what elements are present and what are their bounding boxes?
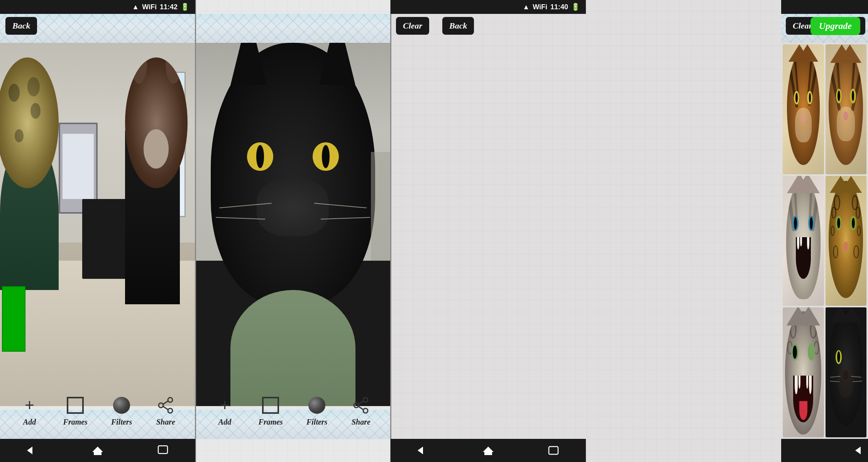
frames-icon-2	[261, 395, 281, 415]
svg-point-1	[159, 403, 163, 408]
frames-tool-2[interactable]: Frames	[259, 395, 283, 427]
nav-bar-1	[0, 439, 195, 462]
toolbar-2: + Add Frames Filters	[195, 383, 391, 439]
frames-icon-1	[65, 395, 85, 415]
time-2: 11:40	[550, 3, 568, 11]
black-panther-small-face	[829, 311, 863, 426]
share-label-2: Share	[352, 418, 371, 427]
svg-point-10	[363, 408, 368, 413]
status-icons-1: ▲ WiFi 11:42 🔋	[132, 3, 189, 11]
svg-point-0	[168, 398, 173, 402]
signal-icon-1: ▲	[132, 3, 139, 11]
panther-head-large	[211, 43, 375, 304]
upgrade-button[interactable]: Upgrade	[810, 17, 860, 35]
leopard-face	[829, 181, 863, 298]
svg-marker-5	[27, 447, 32, 454]
filters-icon-2	[307, 395, 327, 415]
share-icon-1	[156, 395, 176, 415]
divider-2-3	[390, 0, 391, 462]
toolbar-1: + Add Frames Filters	[0, 383, 195, 439]
svg-point-9	[354, 403, 359, 408]
photo-area-2	[195, 43, 391, 406]
status-bar-2: ▲ WiFi 11:40 🔋	[391, 0, 586, 14]
wifi-icon-1: WiFi	[142, 3, 157, 11]
add-label-1: Add	[23, 418, 36, 427]
tiger-ear-r	[797, 44, 818, 62]
share-icon-2	[351, 395, 371, 415]
filters-label-1: Filters	[111, 418, 132, 427]
filters-label-2: Filters	[306, 418, 327, 427]
time-1: 11:42	[160, 3, 178, 11]
add-tool-2[interactable]: + Add	[215, 395, 235, 427]
tiger-orange-face	[787, 51, 820, 165]
add-icon-1: +	[20, 395, 40, 415]
frames-label-1: Frames	[63, 418, 88, 427]
divider-1-2	[195, 0, 196, 462]
recents-icon-1	[156, 444, 170, 457]
office-photo-1	[0, 43, 195, 406]
back-button-2[interactable]: Back	[442, 17, 474, 35]
nav-back-2[interactable]	[415, 443, 431, 457]
add-label-2: Add	[218, 418, 231, 427]
green-frame	[2, 286, 25, 352]
white-tiger-mouth	[796, 237, 811, 279]
svg-marker-6	[92, 447, 103, 455]
panel-2: ▲ WiFi 11:40 🔋 Clear Back	[195, 0, 391, 462]
monitor-screen	[63, 134, 94, 199]
nav-home-1[interactable]	[89, 443, 106, 457]
panther-eye-left	[247, 142, 273, 171]
svg-line-12	[359, 406, 363, 410]
share-tool-1[interactable]: Share	[156, 395, 176, 427]
panel-1: ▲ WiFi 11:42 🔋 Back	[0, 0, 195, 462]
svg-marker-14	[483, 447, 494, 455]
animal-cell-tiger-orange[interactable]	[783, 44, 824, 174]
animal-cell-tiger-brown[interactable]	[826, 44, 867, 174]
nav-home-2[interactable]	[480, 443, 497, 457]
nav-recents-2[interactable]	[545, 443, 562, 457]
tiger-brown-face	[829, 51, 863, 165]
svg-marker-16	[855, 447, 861, 454]
filters-tool-1[interactable]: Filters	[111, 395, 132, 427]
status-icons-2: ▲ WiFi 11:40 🔋	[523, 3, 580, 11]
share-label-1: Share	[156, 418, 175, 427]
nav-bar-3	[781, 439, 868, 462]
svg-point-2	[168, 408, 173, 413]
svg-rect-15	[549, 447, 558, 454]
top-border-2	[195, 14, 391, 43]
panther-eye-right	[313, 142, 339, 171]
svg-point-8	[363, 398, 368, 402]
add-tool-1[interactable]: + Add	[20, 395, 40, 427]
frames-label-2: Frames	[259, 418, 283, 427]
nav-bar-2	[391, 439, 586, 462]
snow-leopard-face	[785, 311, 821, 435]
shelf-right	[371, 152, 391, 261]
animal-grid	[781, 43, 868, 439]
frames-tool-1[interactable]: Frames	[63, 395, 88, 427]
animal-cell-white-tiger[interactable]	[783, 176, 824, 306]
animal-cell-leopard[interactable]	[826, 176, 867, 306]
filters-tool-2[interactable]: Filters	[306, 395, 327, 427]
bear-head-overlay	[125, 57, 188, 188]
svg-marker-13	[418, 447, 423, 454]
animal-cell-snow-leopard[interactable]	[783, 307, 824, 437]
nav-back-1[interactable]	[24, 443, 41, 457]
battery-icon-1: 🔋	[181, 3, 189, 11]
wifi-icon-2: WiFi	[533, 3, 547, 11]
filters-icon-1	[112, 395, 132, 415]
back-button-1[interactable]: Back	[5, 17, 37, 35]
photo-area-1	[0, 43, 195, 406]
svg-rect-7	[158, 446, 168, 454]
svg-line-3	[163, 401, 168, 404]
panther-muzzle	[257, 179, 329, 236]
signal-icon-2: ▲	[523, 3, 530, 11]
svg-line-11	[359, 401, 363, 404]
share-tool-2[interactable]: Share	[351, 395, 371, 427]
svg-line-4	[163, 406, 168, 410]
animal-cell-black-panther[interactable]	[826, 307, 867, 437]
clear-button-2[interactable]: Clear	[396, 17, 429, 35]
battery-icon-2: 🔋	[571, 3, 580, 11]
nav-back-3[interactable]	[852, 443, 868, 457]
nav-recents-1[interactable]	[154, 443, 171, 457]
panel-3: ▲ WiFi 11:39 🔋 Clear Back Upgrade	[391, 0, 868, 462]
panther-scene	[195, 43, 391, 406]
